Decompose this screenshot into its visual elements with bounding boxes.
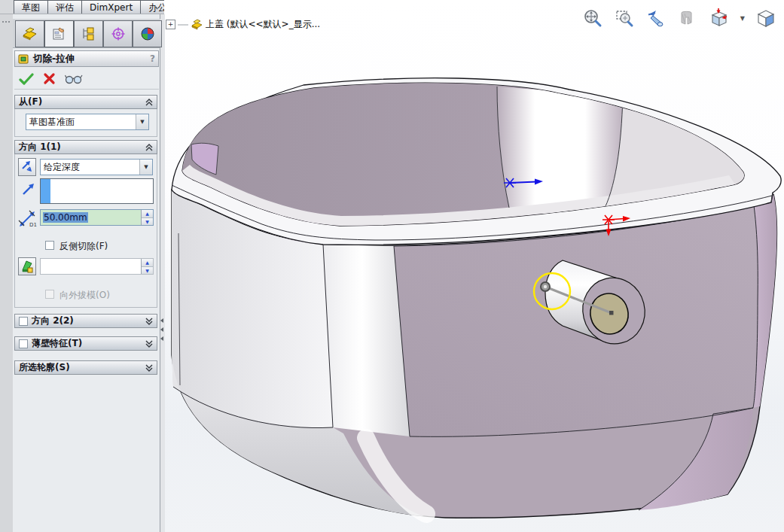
property-manager-panel: 切除-拉伸 ? 从(F) 草图基准面 ▼ 方向 1(1) bbox=[13, 14, 160, 532]
chevron-down-icon: ▼ bbox=[136, 114, 148, 129]
part-icon bbox=[191, 19, 203, 30]
tab-dimxpert[interactable]: DimXpert bbox=[81, 0, 141, 14]
section-header-thin-feature[interactable]: 薄壁特征(T) bbox=[14, 336, 157, 351]
view-orientation-dropdown[interactable]: ▼ bbox=[740, 15, 745, 22]
end-condition-value: 给定深度 bbox=[41, 161, 139, 174]
cut-extrude-icon bbox=[18, 53, 29, 65]
direction2-header-label: 方向 2(2) bbox=[32, 315, 142, 327]
toolbar-rail bbox=[0, 14, 14, 532]
draft-angle-input[interactable]: ▲▼ bbox=[40, 258, 154, 275]
help-button[interactable]: ? bbox=[150, 53, 155, 64]
direction-arrow-icon bbox=[21, 181, 36, 196]
detailed-preview-button[interactable] bbox=[65, 73, 83, 85]
tab-evaluate[interactable]: 评估 bbox=[47, 0, 82, 14]
expand-icon bbox=[145, 318, 153, 325]
zoom-to-fit-icon[interactable] bbox=[582, 8, 603, 29]
depth-d1-icon: D1 bbox=[18, 208, 38, 228]
reverse-direction-button[interactable] bbox=[18, 158, 36, 176]
feature-title: 切除-拉伸 bbox=[33, 53, 146, 65]
thin-feature-checkbox[interactable] bbox=[19, 339, 28, 348]
propertymanager-icon bbox=[51, 26, 68, 41]
expand-icon bbox=[145, 364, 153, 372]
end-condition-dropdown[interactable]: 给定深度 ▼ bbox=[40, 159, 153, 175]
section-view-icon[interactable] bbox=[677, 8, 698, 29]
direction-reference-selectbox[interactable] bbox=[40, 178, 154, 204]
tree-expander[interactable]: + bbox=[166, 20, 175, 29]
sketch-point-center bbox=[544, 285, 547, 288]
configurationmanager-icon bbox=[81, 26, 97, 41]
ok-button[interactable] bbox=[19, 72, 34, 86]
section-body-from: 草图基准面 ▼ bbox=[14, 109, 157, 137]
direction1-header-label: 方向 1(1) bbox=[19, 141, 142, 154]
zoom-to-area-icon[interactable] bbox=[614, 8, 635, 29]
feature-title-bar: 切除-拉伸 ? bbox=[14, 50, 159, 67]
splitter-arrow-icon bbox=[160, 336, 163, 341]
model-3d-basin[interactable] bbox=[164, 15, 784, 532]
selected-contours-header-label: 所选轮廓(S) bbox=[19, 361, 142, 374]
start-condition-dropdown[interactable]: 草图基准面 ▼ bbox=[26, 114, 149, 130]
splitter-arrow-icon bbox=[160, 327, 163, 332]
toolbar-drag-handle[interactable] bbox=[2, 20, 11, 23]
tab-dimxpertmanager[interactable] bbox=[103, 20, 133, 47]
flip-side-checkbox[interactable] bbox=[45, 241, 54, 250]
cancel-button[interactable] bbox=[43, 72, 56, 85]
direction2-checkbox[interactable] bbox=[19, 317, 28, 326]
tab-sketch[interactable]: 草图 bbox=[14, 0, 48, 14]
thin-feature-header-label: 薄壁特征(T) bbox=[32, 337, 142, 350]
reverse-direction-icon bbox=[20, 160, 34, 174]
section-body-direction1: 给定深度 ▼ D1 50.00mm ▲▼ 反侧切除(F) bbox=[14, 154, 157, 308]
manager-tab-bar bbox=[13, 19, 160, 48]
selectbox-active-stripe bbox=[41, 179, 50, 203]
section-header-direction2[interactable]: 方向 2(2) bbox=[14, 314, 157, 328]
collapse-icon bbox=[145, 144, 153, 151]
draft-button[interactable] bbox=[18, 257, 36, 275]
inner-corner-column bbox=[497, 87, 623, 215]
collapse-icon bbox=[145, 99, 153, 106]
axis-endpoint bbox=[609, 311, 614, 315]
depth-spinner[interactable]: ▲▼ bbox=[141, 210, 153, 225]
draft-icon bbox=[20, 260, 34, 273]
chevron-down-icon: ▼ bbox=[139, 160, 152, 175]
pm-action-bar bbox=[14, 68, 159, 90]
flip-side-label: 反侧切除(F) bbox=[59, 240, 108, 253]
from-header-label: 从(F) bbox=[19, 96, 142, 108]
draft-outward-checkbox bbox=[45, 290, 54, 299]
draft-outward-label: 向外拔模(O) bbox=[59, 289, 110, 302]
tree-connector bbox=[178, 23, 188, 27]
section-header-direction1[interactable]: 方向 1(1) bbox=[14, 140, 157, 154]
expand-icon bbox=[145, 340, 153, 348]
depth-value: 50.00mm bbox=[43, 212, 88, 223]
splitter-arrow-icon bbox=[160, 318, 163, 323]
svg-text:D1: D1 bbox=[29, 222, 37, 228]
draft-spinner[interactable]: ▲▼ bbox=[141, 259, 153, 274]
previous-view-icon[interactable] bbox=[645, 8, 667, 29]
tab-displaymanager[interactable] bbox=[133, 20, 162, 47]
section-header-from[interactable]: 从(F) bbox=[14, 95, 157, 109]
tab-propertymanager[interactable] bbox=[44, 20, 74, 47]
tab-featuremanager-tree[interactable] bbox=[15, 20, 44, 47]
display-style-icon[interactable] bbox=[755, 8, 776, 29]
tab-configurationmanager[interactable] bbox=[74, 20, 103, 47]
start-condition-value: 草图基准面 bbox=[26, 116, 136, 129]
flyout-feature-tree: + 上盖 (默认<<默认>_显示... bbox=[166, 18, 320, 31]
heads-up-toolbar: ▼ bbox=[582, 8, 776, 29]
view-orientation-icon[interactable] bbox=[709, 8, 730, 29]
displaymanager-icon bbox=[139, 26, 156, 41]
graphics-viewport[interactable]: + 上盖 (默认<<默认>_显示... bbox=[164, 0, 784, 532]
depth-input[interactable]: 50.00mm ▲▼ bbox=[40, 209, 154, 226]
tree-item-label[interactable]: 上盖 (默认<<默认>_显示... bbox=[206, 18, 320, 31]
section-header-selected-contours[interactable]: 所选轮廓(S) bbox=[14, 360, 157, 375]
featuremanager-icon bbox=[22, 26, 38, 41]
dimxpertmanager-icon bbox=[110, 26, 127, 41]
